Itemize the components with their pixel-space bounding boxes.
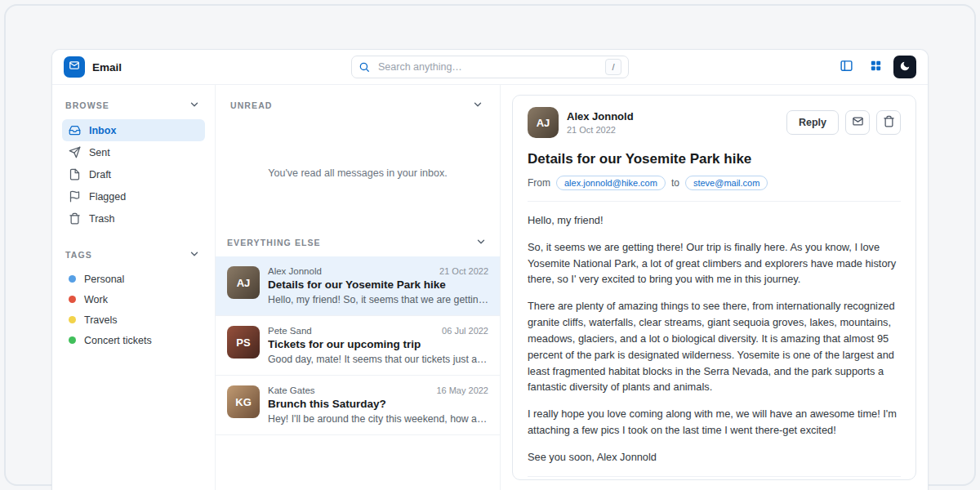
avatar: AJ	[528, 107, 559, 138]
sidebar-item-label: Draft	[89, 169, 111, 180]
sidebar-item-label: Inbox	[89, 125, 116, 136]
app-title: Email	[92, 61, 122, 74]
mail-date: 21 Oct 2022	[439, 266, 488, 276]
mail-detail-pane: AJ Alex Jonnold 21 Oct 2022 Reply	[501, 85, 928, 490]
flag-icon	[69, 190, 81, 203]
mail-snippet: Good day, mate! It seems that our ticket…	[268, 354, 488, 365]
mail-subject: Brunch this Saturday?	[268, 398, 488, 410]
app-logo	[64, 56, 85, 78]
to-email-chip[interactable]: steve@mail.com	[685, 176, 768, 190]
mail-list-item[interactable]: PS Pete Sand 06 Jul 2022 Tickets for our…	[216, 316, 500, 376]
mail-body-paragraph: So, it seems we are getting there! Our t…	[528, 239, 901, 287]
chevron-down-icon	[189, 99, 200, 113]
trash-icon	[883, 115, 895, 130]
tag-item-personal[interactable]: Personal	[62, 269, 205, 289]
file-icon	[69, 168, 81, 180]
trash-icon	[69, 212, 81, 225]
mail-sender: Alex Jonnold	[268, 266, 322, 276]
tag-color-dot	[69, 275, 76, 283]
mail-subject: Details for our Yosemite Park hike	[268, 278, 488, 291]
mail-sender: Pete Sand	[268, 326, 312, 336]
mail-item-content: Pete Sand 06 Jul 2022 Tickets for our up…	[268, 326, 488, 365]
tag-color-dot	[69, 336, 76, 344]
tags-section-label: TAGS	[65, 250, 92, 260]
app-body: BROWSE Inbox Sent	[52, 85, 928, 490]
tag-color-dot	[69, 316, 76, 323]
sidebar-item-label: Trash	[89, 213, 115, 225]
mail-sender: Kate Gates	[268, 385, 315, 395]
search-icon	[359, 61, 370, 73]
unread-empty-message: You've read all messages in your inbox.	[227, 119, 488, 227]
detail-actions: Reply	[786, 110, 901, 135]
delete-button[interactable]	[876, 110, 901, 135]
browse-collapse-button[interactable]	[187, 98, 202, 113]
tag-label: Work	[84, 294, 108, 305]
mail-list-item[interactable]: KG Kate Gates 16 May 2022 Brunch this Sa…	[216, 376, 500, 435]
sender-block: Alex Jonnold 21 Oct 2022	[567, 110, 634, 135]
sidebar-item-trash[interactable]: Trash	[62, 207, 205, 229]
everything-else-collapse-button[interactable]	[474, 235, 488, 250]
unread-collapse-button[interactable]	[470, 98, 485, 113]
header-actions	[835, 56, 916, 78]
dark-mode-toggle[interactable]	[893, 56, 916, 78]
tag-item-concert-tickets[interactable]: Concert tickets	[62, 330, 205, 350]
mail-snippet: Hello, my friend! So, it seems that we a…	[268, 294, 488, 305]
avatar: KG	[227, 385, 260, 418]
mail-body-paragraph: Hello, my friend!	[528, 212, 901, 229]
tags-section-header: TAGS	[62, 244, 205, 269]
sidebar-item-label: Flagged	[89, 191, 126, 203]
app-header: Email /	[52, 50, 928, 85]
mail-list: AJ Alex Jonnold 21 Oct 2022 Details for …	[216, 256, 500, 490]
everything-else-label: EVERYTHING ELSE	[227, 238, 321, 247]
tag-item-work[interactable]: Work	[62, 289, 205, 310]
tag-item-travels[interactable]: Travels	[62, 310, 205, 330]
sidebar-item-sent[interactable]: Sent	[62, 141, 205, 163]
tag-label: Personal	[84, 274, 124, 285]
chevron-down-icon	[189, 248, 200, 262]
mail-snippet: Hey! I'll be around the city this weeken…	[268, 413, 488, 425]
envelope-icon	[69, 60, 80, 74]
chevron-down-icon	[472, 99, 483, 113]
from-email-chip[interactable]: alex.jonnold@hike.com	[556, 176, 666, 190]
tags-collapse-button[interactable]	[187, 247, 202, 262]
mail-item-content: Alex Jonnold 21 Oct 2022 Details for our…	[268, 266, 488, 305]
reply-button[interactable]: Reply	[786, 110, 839, 135]
mail-detail-header: AJ Alex Jonnold 21 Oct 2022 Reply	[528, 107, 901, 138]
sidebar-item-flagged[interactable]: Flagged	[62, 185, 205, 207]
sidebar-item-inbox[interactable]: Inbox	[62, 119, 205, 141]
apps-grid-icon	[869, 59, 883, 75]
panel-layout-icon	[840, 59, 853, 75]
mail-date: 06 Jul 2022	[442, 326, 488, 336]
tags-section: TAGS Personal Work T	[62, 244, 205, 350]
detail-sender-name: Alex Jonnold	[567, 110, 634, 122]
mail-body-paragraph: I really hope you love coming along with…	[528, 406, 901, 439]
sidebar-item-draft[interactable]: Draft	[62, 163, 205, 185]
send-icon	[69, 146, 81, 158]
tag-label: Travels	[84, 314, 118, 326]
search-shortcut-badge: /	[605, 59, 621, 75]
from-to-row: From alex.jonnold@hike.com to steve@mail…	[528, 176, 901, 190]
mark-unread-button[interactable]	[845, 110, 870, 135]
email-app-window: Email /	[51, 49, 929, 490]
tag-color-dot	[69, 296, 76, 303]
browse-section-label: BROWSE	[65, 100, 109, 110]
everything-else-section-header: EVERYTHING ELSE	[216, 227, 500, 256]
mail-body-paragraph: See you soon, Alex Jonnold	[528, 449, 901, 466]
mail-item-content: Kate Gates 16 May 2022 Brunch this Satur…	[268, 385, 488, 425]
search-bar[interactable]: /	[351, 56, 629, 78]
avatar: AJ	[227, 266, 260, 299]
mail-subject: Tickets for our upcoming trip	[268, 338, 488, 350]
avatar: PS	[227, 326, 260, 359]
sidebar-item-label: Sent	[89, 147, 110, 158]
mail-list-column: UNREAD You've read all messages in your …	[216, 85, 501, 490]
panel-layout-button[interactable]	[835, 56, 858, 78]
mail-list-item[interactable]: AJ Alex Jonnold 21 Oct 2022 Details for …	[216, 256, 500, 316]
chevron-down-icon	[475, 236, 487, 250]
search-input[interactable]	[376, 60, 599, 74]
apps-grid-button[interactable]	[864, 56, 887, 78]
inbox-icon	[69, 124, 81, 136]
mail-subject-title: Details for our Yosemite Park hike	[528, 151, 901, 167]
divider	[528, 201, 901, 202]
envelope-icon	[852, 115, 864, 130]
tag-label: Concert tickets	[84, 335, 152, 346]
